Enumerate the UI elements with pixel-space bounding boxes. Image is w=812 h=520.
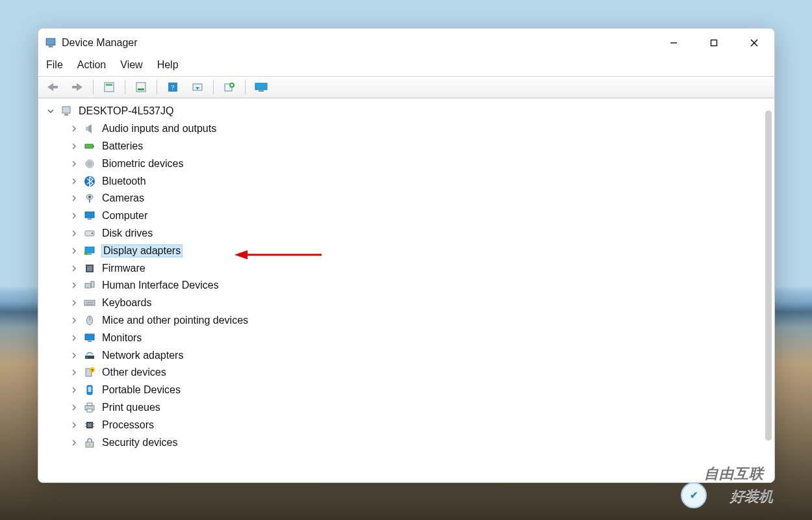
expand-icon[interactable]: [70, 246, 79, 255]
svg-rect-38: [88, 254, 92, 255]
expand-icon[interactable]: [70, 264, 79, 273]
svg-rect-44: [84, 300, 95, 306]
mouse-icon: [82, 314, 97, 327]
menu-file[interactable]: File: [46, 59, 63, 71]
expand-icon[interactable]: [70, 368, 79, 377]
tree-node[interactable]: Portable Devices: [46, 382, 774, 399]
svg-point-36: [92, 233, 94, 235]
svg-point-31: [88, 196, 91, 198]
tree-node[interactable]: Human Interface Devices: [46, 277, 774, 294]
svg-rect-59: [87, 403, 92, 406]
cpu-icon: [82, 419, 97, 432]
svg-rect-1: [49, 46, 53, 47]
window-controls: [653, 29, 774, 57]
security-icon: [82, 436, 97, 449]
computer-icon: [82, 209, 97, 222]
expand-icon[interactable]: [70, 438, 79, 447]
menu-help[interactable]: Help: [157, 59, 179, 71]
help-toolbar-button[interactable]: ?: [161, 78, 184, 96]
show-hidden-devices-button[interactable]: [97, 78, 121, 96]
scan-hardware-button[interactable]: [186, 78, 209, 96]
svg-rect-34: [88, 218, 92, 220]
tree-node[interactable]: Biometric devices: [46, 155, 774, 172]
tree-node-label: Portable Devices: [102, 384, 181, 396]
battery-icon: [82, 140, 97, 153]
tree-node-label: Print queues: [102, 402, 160, 413]
tree-node[interactable]: Display adapters: [46, 242, 774, 259]
toolbar-separator: [245, 80, 246, 94]
expand-icon[interactable]: [70, 229, 79, 238]
computer-root-icon: [59, 105, 73, 118]
tree-node-label: Mice and other pointing devices: [102, 315, 248, 326]
svg-rect-3: [711, 40, 717, 46]
keyboard-icon: [82, 296, 97, 309]
tree-node[interactable]: Processors: [46, 416, 774, 434]
tree-node-label: Firmware: [102, 263, 146, 274]
svg-rect-50: [88, 341, 92, 342]
titlebar: Device Manager: [38, 29, 774, 57]
tree-node[interactable]: Computer: [46, 207, 774, 225]
expand-icon[interactable]: [70, 403, 79, 412]
tree-node-label: Batteries: [102, 140, 143, 152]
menu-action[interactable]: Action: [77, 59, 106, 71]
svg-marker-7: [72, 83, 82, 91]
tree-node[interactable]: Firmware: [46, 259, 774, 277]
scrollbar-thumb[interactable]: [765, 110, 772, 441]
tree-node-label: Disk drives: [102, 228, 153, 239]
minimize-button[interactable]: [653, 29, 694, 57]
tree-node[interactable]: Print queues: [46, 399, 774, 417]
forward-button[interactable]: [66, 78, 89, 96]
back-button[interactable]: [41, 78, 64, 96]
close-button[interactable]: [734, 29, 774, 57]
update-driver-toolbar-button[interactable]: [218, 78, 241, 96]
watermark-2: 好装机: [730, 486, 773, 506]
svg-rect-39: [84, 252, 88, 255]
toolbar-separator: [125, 80, 125, 94]
watermark-badge: ✔: [681, 482, 707, 508]
tree-node[interactable]: Bluetooth: [46, 172, 774, 190]
tree-node[interactable]: Batteries: [46, 138, 774, 155]
expand-icon[interactable]: [70, 142, 79, 151]
expand-icon[interactable]: [70, 298, 79, 307]
toolbar: ?: [38, 76, 774, 98]
tree-node[interactable]: Disk drives: [46, 225, 774, 242]
network-icon: [82, 349, 97, 362]
printer-icon: [82, 401, 97, 414]
expand-icon[interactable]: [70, 281, 79, 290]
tree-node[interactable]: ?Other devices: [46, 364, 774, 382]
expand-icon[interactable]: [70, 159, 79, 168]
tree-node[interactable]: Monitors: [46, 329, 774, 346]
svg-point-52: [86, 356, 88, 358]
tree-node[interactable]: Network adapters: [46, 346, 774, 364]
expand-icon[interactable]: [70, 421, 79, 430]
tree-node[interactable]: Security devices: [46, 434, 774, 451]
expand-icon[interactable]: [70, 351, 79, 360]
tree-node[interactable]: Cameras: [46, 190, 774, 207]
properties-toolbar-button[interactable]: [129, 78, 153, 96]
tree-node-label: Biometric devices: [102, 158, 183, 170]
tree-node[interactable]: Keyboards: [46, 294, 774, 312]
device-manager-window: Device Manager File Action View Help: [38, 28, 775, 483]
expand-icon[interactable]: [70, 194, 79, 203]
tree-node-label: Computer: [102, 210, 147, 222]
device-manager-app-icon: [45, 37, 57, 49]
expand-icon[interactable]: [70, 177, 79, 186]
tree-root[interactable]: DESKTOP-4L537JQ: [46, 103, 774, 120]
expand-icon[interactable]: [70, 211, 79, 220]
expand-icon[interactable]: [70, 333, 79, 343]
svg-rect-18: [255, 83, 267, 90]
menu-view[interactable]: View: [120, 59, 142, 71]
maximize-button[interactable]: [694, 29, 734, 57]
expand-icon[interactable]: [70, 385, 79, 395]
tree-node[interactable]: Mice and other pointing devices: [46, 312, 774, 330]
svg-rect-9: [106, 84, 112, 86]
svg-rect-57: [88, 387, 92, 392]
toolbar-separator: [93, 80, 94, 94]
svg-rect-62: [88, 423, 92, 427]
tree-node-label: Processors: [102, 419, 154, 431]
expand-icon[interactable]: [70, 316, 79, 325]
remote-computer-toolbar-button[interactable]: [249, 78, 273, 96]
expand-icon[interactable]: [70, 124, 79, 133]
tree-node[interactable]: Audio inputs and outputs: [46, 120, 774, 138]
collapse-icon[interactable]: [46, 107, 55, 116]
